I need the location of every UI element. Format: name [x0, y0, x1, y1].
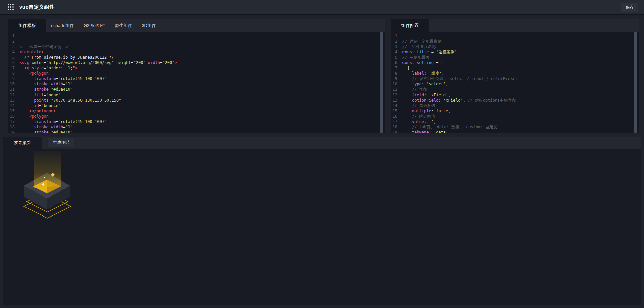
line-number: 6 [391, 60, 397, 65]
tab-component-template[interactable]: 组件模板 [8, 19, 46, 32]
code-line: points="70,70 148,50 130,130 50,150" [19, 98, 385, 103]
line-number: 10 [391, 81, 397, 87]
code-token [402, 130, 412, 133]
line-number: 17 [391, 119, 397, 124]
code-line: const setting = [ [402, 60, 639, 65]
template-editor-scrollbar[interactable] [380, 32, 383, 133]
line-number: 11 [8, 87, 15, 92]
code-token: , [434, 119, 436, 124]
line-number: 7 [8, 65, 15, 71]
tab-echarts-component[interactable]: echarts组件 [46, 19, 79, 32]
line-number: 10 [8, 81, 15, 87]
code-line: <svg xmlns="http://www.w3.org/2000/svg" … [19, 60, 385, 65]
code-token: = [429, 50, 436, 54]
code-token: , [463, 98, 468, 103]
code-token: "order: -1;" [46, 66, 75, 70]
code-token: stroke-width [34, 125, 63, 129]
line-number: 12 [8, 92, 15, 98]
code-token: 'xField' [443, 98, 463, 103]
topbar: vue自定义组件 保存 [0, 0, 644, 15]
code-token: tabName [412, 130, 429, 133]
code-token: : [438, 98, 443, 103]
code-lines: // 这是一个配置案例// 组件备注名称const title = '边框案例'… [399, 32, 639, 133]
tab-generate-image[interactable]: 生成图片 [48, 138, 74, 147]
code-line: stroke-width="1" [19, 124, 385, 130]
code-token: = [49, 130, 51, 133]
code-line: // tab页。 data: 数据， custom: 自定义 [402, 124, 639, 130]
code-line: // 绑定的值 [402, 114, 639, 119]
code-token: id [34, 103, 39, 108]
line-number: 18 [391, 124, 397, 130]
code-token: multiple [412, 109, 431, 113]
code-token: width [146, 60, 160, 65]
code-token: , [448, 109, 450, 113]
code-token [402, 93, 412, 97]
tab-g2plot-component[interactable]: G2Plot组件 [79, 19, 110, 32]
code-token: xmlns [29, 60, 44, 65]
code-token [19, 125, 34, 129]
line-number: 3 [391, 44, 397, 49]
page-title: vue自定义组件 [19, 4, 55, 10]
code-token: "rotate(45 100 100)" [58, 119, 107, 124]
tab-component-config[interactable]: 组件配置 [391, 19, 429, 32]
code-token: = [39, 103, 41, 108]
code-token: // tab页。 data: 数据， custom: 自定义 [412, 125, 497, 129]
template-code-editor[interactable]: 12345678910111213141516171819 <!— 这是一个代码… [8, 32, 385, 133]
code-token: title [417, 50, 429, 54]
code-token: = [44, 93, 46, 97]
code-token: // 设置组件类型， select / input / colorPicker [412, 76, 518, 81]
code-token [402, 82, 412, 86]
code-token: : [424, 93, 429, 97]
tab-3d-component[interactable]: 3D组件 [137, 19, 161, 32]
code-token: = [44, 60, 46, 65]
code-token: : [431, 109, 436, 113]
line-number: 9 [8, 76, 15, 81]
code-token: // 组件备注名称 [402, 44, 436, 49]
code-token: stroke [34, 130, 48, 133]
line-number: 14 [391, 103, 397, 108]
code-token [19, 93, 34, 97]
line-number: 18 [8, 124, 15, 130]
code-token [402, 87, 412, 92]
code-line: stroke="#d3a410" [19, 130, 385, 133]
code-token [402, 103, 412, 108]
line-number: 5 [8, 55, 15, 60]
line-number: 3 [8, 44, 15, 49]
code-token: "#d3a410" [51, 130, 73, 133]
line-number: 4 [8, 49, 15, 55]
code-token: = [56, 119, 58, 124]
save-button[interactable]: 保存 [621, 3, 638, 12]
tab-native-component[interactable]: 原生组件 [110, 19, 137, 32]
code-line: // 是否多选 [402, 103, 639, 108]
code-token: false [436, 109, 448, 113]
line-number: 16 [8, 114, 15, 119]
line-number: 4 [391, 49, 397, 55]
code-token [402, 71, 412, 76]
tab-effect-preview[interactable]: 效果预览 [3, 137, 42, 149]
code-token [19, 87, 34, 92]
code-lines: <!— 这是一个代码案例 —><template> /* From Uivers… [17, 32, 385, 133]
effect-preview-area [3, 149, 641, 305]
config-editor-scrollbar[interactable] [634, 32, 637, 133]
code-token: transform [34, 119, 56, 124]
white-sparkle-dot [44, 177, 45, 178]
code-token: 'data' [434, 130, 448, 133]
line-number: 16 [391, 114, 397, 119]
line-number: 6 [8, 60, 15, 65]
line-number: 12 [391, 92, 397, 98]
apps-grid-icon[interactable] [7, 4, 14, 10]
code-line: stroke="#d3a410" [19, 87, 385, 92]
line-number: 9 [391, 76, 397, 81]
line-number: 17 [8, 119, 15, 124]
code-token: fill [34, 93, 44, 97]
code-line: type: 'select', [402, 81, 639, 87]
code-token: <template> [19, 50, 44, 54]
code-token: "70,70 148,50 130,130 50,150" [51, 98, 121, 103]
config-code-editor[interactable]: 12345678910111213141516171819 // 这是一个配置案… [391, 32, 639, 133]
code-line: multiple: false, [402, 108, 639, 114]
code-token: "1" [65, 125, 73, 129]
code-token: = [49, 87, 51, 92]
code-token: 'xField' [429, 93, 448, 97]
line-number-gutter: 12345678910111213141516171819 [391, 32, 399, 133]
code-token: /* From Uiverse.io by Juanes200122 */ [19, 55, 114, 60]
